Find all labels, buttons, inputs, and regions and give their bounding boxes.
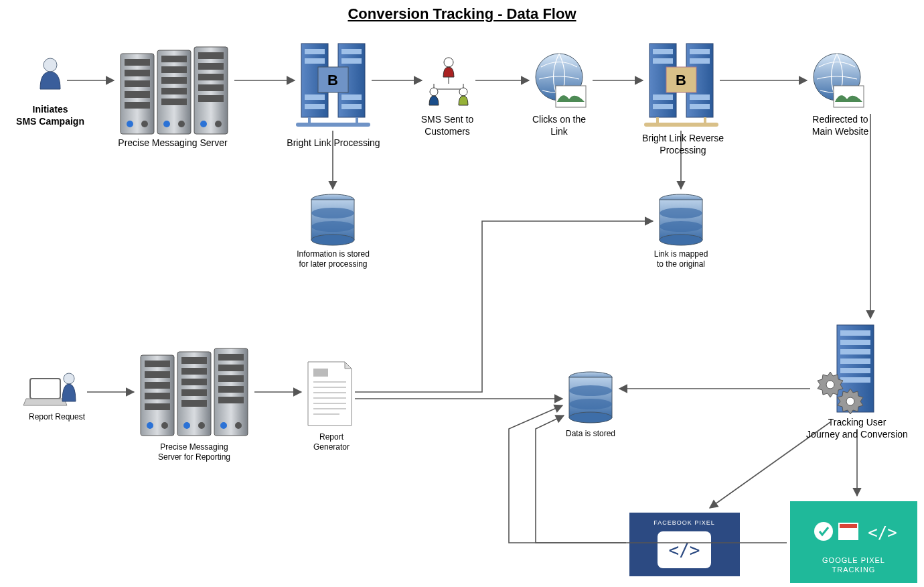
label-report-generator: ReportGenerator <box>301 432 362 452</box>
svg-rect-73 <box>834 86 864 107</box>
label-messaging-server: Precise Messaging Server <box>99 137 246 149</box>
label-report-request: Report Request <box>20 412 94 422</box>
svg-rect-57 <box>653 94 673 100</box>
svg-point-7 <box>127 121 133 127</box>
svg-rect-100 <box>313 369 328 377</box>
svg-rect-62 <box>690 104 710 109</box>
svg-point-0 <box>44 58 57 72</box>
google-pixel-icon: </> GOOGLE PIXEL TRACKING <box>790 501 917 583</box>
svg-rect-40 <box>311 200 354 240</box>
svg-rect-55 <box>653 49 673 54</box>
svg-rect-13 <box>161 88 187 94</box>
svg-rect-118 <box>840 368 870 373</box>
svg-rect-5 <box>125 91 150 98</box>
svg-rect-30 <box>305 104 325 109</box>
svg-rect-78 <box>145 371 170 378</box>
svg-point-16 <box>178 121 185 127</box>
svg-point-127 <box>814 522 833 541</box>
svg-point-75 <box>64 373 74 384</box>
svg-point-120 <box>826 381 834 389</box>
svg-rect-19 <box>198 63 224 70</box>
laptop-user-icon <box>23 373 76 405</box>
svg-point-41 <box>311 235 354 245</box>
b-badge-reverse: B <box>676 72 686 88</box>
svg-rect-60 <box>690 58 710 64</box>
user-icon <box>40 58 60 89</box>
svg-rect-79 <box>145 382 170 389</box>
bright-link-icon: B <box>296 44 370 127</box>
globe-icon <box>536 54 586 107</box>
svg-rect-115 <box>840 340 870 345</box>
svg-rect-58 <box>653 104 673 109</box>
label-reverse: Bright Link ReverseProcessing <box>629 133 737 156</box>
svg-point-24 <box>215 121 222 127</box>
svg-point-111 <box>569 385 612 396</box>
document-icon <box>308 362 352 426</box>
svg-rect-6 <box>125 102 150 109</box>
svg-rect-52 <box>556 86 586 107</box>
diagram-canvas: Conversion Tracking - Data Flow B <box>0 0 924 587</box>
svg-point-82 <box>147 422 153 429</box>
svg-rect-129 <box>840 524 857 528</box>
svg-rect-33 <box>341 94 362 100</box>
svg-rect-4 <box>125 80 150 87</box>
server-icon <box>121 47 228 134</box>
globe-icon <box>814 54 864 107</box>
svg-point-90 <box>183 422 190 429</box>
svg-rect-93 <box>218 354 244 361</box>
svg-rect-22 <box>198 95 224 102</box>
svg-rect-3 <box>125 70 150 76</box>
database-icon <box>569 372 612 423</box>
database-icon <box>311 194 354 245</box>
svg-rect-68 <box>660 200 702 240</box>
facebook-pixel-icon: FACEBOOK PIXEL </> <box>629 513 740 576</box>
svg-point-50 <box>459 88 467 96</box>
label-tracking: Tracking UserJourney and Conversion <box>790 417 924 440</box>
svg-point-8 <box>141 121 148 127</box>
label-clicks: Clicks on theLink <box>522 114 596 137</box>
svg-rect-119 <box>840 377 870 383</box>
svg-rect-61 <box>690 94 710 100</box>
server-icon <box>141 348 248 436</box>
svg-rect-86 <box>181 368 207 375</box>
svg-point-71 <box>660 221 702 232</box>
svg-rect-74 <box>30 379 60 399</box>
label-redirected: Redirected toMain Website <box>797 114 884 137</box>
database-icon <box>660 194 702 245</box>
svg-rect-59 <box>690 49 710 54</box>
svg-point-121 <box>846 397 854 405</box>
label-info-stored: Information is storedfor later processin… <box>288 249 378 269</box>
label-sms-sent: SMS Sent toCustomers <box>407 114 487 137</box>
svg-rect-12 <box>161 77 187 84</box>
svg-rect-20 <box>198 74 224 80</box>
svg-point-98 <box>220 422 227 429</box>
diagram-svg: B B <box>0 0 924 587</box>
svg-point-23 <box>200 121 207 127</box>
label-reporting-server: Precise MessagingServer for Reporting <box>141 442 248 462</box>
svg-point-49 <box>430 88 438 96</box>
svg-rect-18 <box>198 52 224 59</box>
svg-text:TRACKING: TRACKING <box>832 566 876 574</box>
svg-rect-64 <box>644 123 718 127</box>
svg-point-110 <box>569 412 612 423</box>
svg-point-83 <box>161 422 168 429</box>
svg-rect-85 <box>181 357 207 364</box>
label-bright-link: Bright Link Processing <box>280 137 387 149</box>
svg-point-112 <box>569 399 612 409</box>
svg-rect-77 <box>145 361 170 367</box>
svg-point-69 <box>660 235 702 245</box>
svg-rect-56 <box>653 58 673 64</box>
svg-point-43 <box>311 221 354 232</box>
svg-rect-28 <box>305 58 325 64</box>
svg-point-99 <box>235 422 242 429</box>
svg-rect-94 <box>218 365 244 371</box>
svg-point-15 <box>163 121 170 127</box>
svg-point-91 <box>198 422 205 429</box>
svg-rect-97 <box>218 397 244 403</box>
b-badge: B <box>327 72 338 88</box>
svg-rect-96 <box>218 386 244 393</box>
svg-rect-32 <box>341 58 362 64</box>
svg-rect-2 <box>125 59 150 66</box>
svg-rect-80 <box>145 393 170 399</box>
svg-rect-89 <box>181 400 207 407</box>
